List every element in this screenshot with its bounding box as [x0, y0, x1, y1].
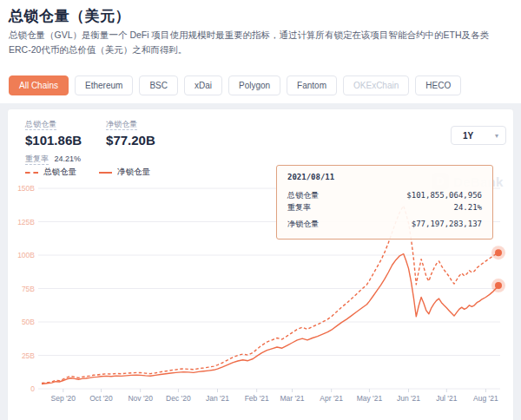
chain-tabs: All Chains Ethereum BSC xDai Polygon Fan… [9, 75, 461, 95]
stat-net-locked: 净锁仓量 $77.20B [106, 119, 155, 148]
stat-total-locked: 总锁仓量 $101.86B [25, 119, 82, 148]
tab-ethereum[interactable]: Ethereum [75, 75, 133, 95]
tab-polygon[interactable]: Polygon [228, 75, 280, 95]
overlap-rate-value: 24.21% [55, 154, 82, 163]
svg-text:Dec '20: Dec '20 [166, 394, 191, 403]
time-range-value: 1Y [463, 131, 473, 141]
chevron-down-icon: ▾ [495, 132, 498, 140]
tvl-dashboard: 总锁仓量（美元） 总锁仓量（GVL）是衡量一个 DeFi 项目使用规模时最重要的… [0, 0, 521, 420]
net-locked-value: $77.20B [106, 133, 155, 148]
svg-text:125B: 125B [17, 218, 35, 226]
svg-text:25B: 25B [22, 351, 35, 360]
tab-xdai[interactable]: xDai [184, 75, 222, 95]
time-range-dropdown[interactable]: 1Y ▾ [451, 126, 506, 145]
tab-all-chains[interactable]: All Chains [9, 75, 69, 95]
solid-line-icon [99, 172, 112, 174]
chart-legend: 总锁仓量 净锁仓量 [25, 167, 150, 178]
svg-text:Mar '21: Mar '21 [280, 394, 304, 403]
svg-text:100B: 100B [17, 251, 35, 259]
tooltip-row-net: 净锁仓量 $77,197,283,137 [287, 218, 482, 230]
legend-item-total-locked[interactable]: 总锁仓量 [25, 167, 76, 178]
total-locked-label[interactable]: 总锁仓量 [25, 120, 56, 130]
overlap-rate-label[interactable]: 重复率 [25, 154, 49, 165]
svg-text:Jun '21: Jun '21 [397, 394, 420, 403]
tooltip-row-overlap: 重复率 24.21% [287, 201, 482, 213]
svg-text:Oct '20: Oct '20 [89, 394, 113, 403]
tab-heco[interactable]: HECO [415, 75, 461, 95]
dashed-line-icon [25, 172, 38, 174]
overlap-rate: 重复率 24.21% [25, 154, 81, 165]
svg-text:50B: 50B [22, 318, 35, 326]
svg-text:Aug '21: Aug '21 [473, 394, 498, 403]
page-header: 总锁仓量（美元） 总锁仓量（GVL）是衡量一个 DeFi 项目使用规模时最重要的… [0, 0, 521, 103]
chart-tooltip: 2021/08/11 总锁仓量 $101,855,064,956 重复率 24.… [276, 165, 493, 240]
svg-text:Jul '21: Jul '21 [436, 394, 458, 403]
svg-text:Sep '20: Sep '20 [51, 394, 76, 403]
tab-fantom[interactable]: Fantom [287, 75, 337, 95]
total-locked-value: $101.86B [25, 133, 82, 148]
svg-text:Apr '21: Apr '21 [320, 394, 343, 403]
svg-text:150B: 150B [17, 184, 35, 193]
net-locked-label[interactable]: 净锁仓量 [106, 120, 137, 130]
tab-okexchain[interactable]: OKExChain [343, 75, 409, 95]
tooltip-row-total: 总锁仓量 $101,855,064,956 [287, 189, 482, 201]
svg-text:75B: 75B [22, 285, 35, 293]
svg-text:Nov '20: Nov '20 [128, 394, 153, 403]
stats-block: 总锁仓量 $101.86B 净锁仓量 $77.20B [25, 119, 155, 148]
tab-bsc[interactable]: BSC [139, 75, 178, 95]
page-title: 总锁仓量（美元） [9, 6, 130, 26]
legend-item-net-locked[interactable]: 净锁仓量 [99, 167, 150, 178]
svg-text:0: 0 [30, 384, 35, 393]
svg-text:Jan '21: Jan '21 [206, 394, 229, 403]
tooltip-date: 2021/08/11 [287, 173, 482, 181]
page-description: 总锁仓量（GVL）是衡量一个 DeFi 项目使用规模时最重要的指标，通过计算所有… [9, 28, 511, 58]
svg-text:Feb '21: Feb '21 [245, 394, 269, 403]
svg-text:May '21: May '21 [357, 394, 383, 403]
